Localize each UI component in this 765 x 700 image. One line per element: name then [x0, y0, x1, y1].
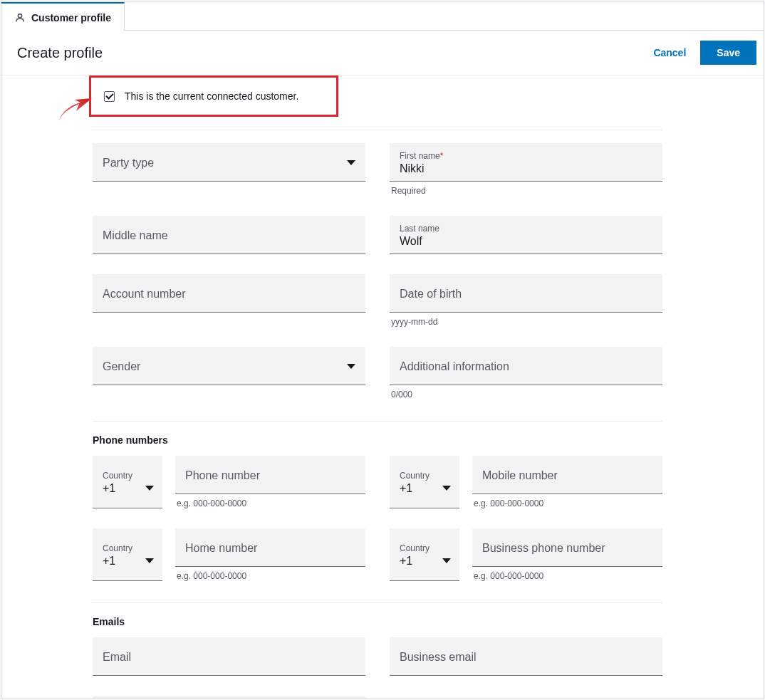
current-connected-customer-callout: This is the current connected customer.: [89, 75, 338, 117]
last-name-field[interactable]: Last name Wolf: [390, 216, 662, 254]
page-header: Create profile Cancel Save: [1, 31, 764, 75]
divider: [93, 130, 662, 130]
home-hint: e.g. 000-000-0000: [175, 571, 365, 581]
dob-field[interactable]: Date of birth: [390, 274, 662, 313]
chevron-down-icon: [442, 558, 451, 563]
business-email-field[interactable]: Business email: [390, 637, 662, 676]
phone-number-label: Phone number: [185, 469, 260, 482]
svg-point-0: [18, 14, 21, 18]
phone-country-select[interactable]: Country +1: [93, 456, 162, 508]
business-email-label: Business email: [400, 651, 477, 664]
business-number-field[interactable]: Business phone number: [472, 528, 662, 567]
middle-name-field[interactable]: Middle name: [93, 216, 365, 254]
last-name-value: Wolf: [400, 235, 652, 248]
email-section-title: Emails: [93, 616, 662, 627]
cancel-button[interactable]: Cancel: [649, 41, 690, 64]
first-name-label: First name: [400, 151, 440, 161]
chevron-down-icon: [145, 486, 154, 491]
chevron-down-icon: [145, 558, 154, 563]
business-country-select[interactable]: Country +1: [390, 528, 459, 581]
home-number-field[interactable]: Home number: [175, 528, 365, 567]
first-name-hint: Required: [390, 186, 662, 196]
gender-select[interactable]: Gender: [93, 347, 365, 385]
divider: [93, 602, 662, 603]
country-code: +1: [103, 555, 115, 568]
business-number-label: Business phone number: [482, 542, 605, 555]
current-connected-customer-label: This is the current connected customer.: [125, 90, 298, 102]
first-name-value: Nikki: [400, 162, 652, 175]
country-label: Country: [400, 471, 451, 481]
save-button[interactable]: Save: [700, 41, 756, 65]
country-label: Country: [400, 543, 451, 553]
home-country-select[interactable]: Country +1: [93, 528, 162, 581]
last-name-label: Last name: [400, 224, 652, 234]
business-hint: e.g. 000-000-0000: [472, 571, 662, 581]
home-number-label: Home number: [185, 542, 257, 555]
email-field[interactable]: Email: [93, 637, 365, 676]
divider: [93, 421, 662, 422]
middle-name-label: Middle name: [103, 229, 168, 242]
phone-hint: e.g. 000-000-0000: [175, 498, 365, 508]
tab-bar: Customer profile: [1, 1, 764, 31]
first-name-field[interactable]: First name* Nikki: [390, 143, 662, 182]
email-label: Email: [103, 651, 131, 664]
account-number-field[interactable]: Account number: [93, 274, 365, 313]
dob-hint: yyyy-mm-dd: [390, 317, 662, 327]
mobile-number-label: Mobile number: [482, 469, 558, 482]
page-title: Create profile: [17, 45, 103, 61]
country-code: +1: [400, 555, 412, 568]
chevron-down-icon: [442, 486, 451, 491]
mobile-number-field[interactable]: Mobile number: [472, 456, 662, 494]
personal-email-field[interactable]: Personal email: [93, 696, 365, 699]
person-icon: [14, 12, 26, 23]
country-label: Country: [103, 543, 154, 553]
additional-info-field[interactable]: Additional information: [390, 347, 662, 385]
additional-info-hint: 0/000: [390, 390, 662, 399]
country-code: +1: [400, 482, 412, 495]
phone-section-title: Phone numbers: [93, 434, 662, 446]
required-asterisk: *: [440, 151, 444, 161]
mobile-country-select[interactable]: Country +1: [390, 456, 459, 508]
chevron-down-icon: [347, 364, 355, 369]
party-type-label: Party type: [103, 157, 154, 169]
tab-label: Customer profile: [31, 12, 111, 23]
tab-customer-profile[interactable]: Customer profile: [1, 2, 125, 31]
current-connected-customer-checkbox[interactable]: [104, 91, 115, 102]
gender-label: Gender: [103, 360, 140, 373]
account-number-label: Account number: [103, 288, 186, 301]
chevron-down-icon: [347, 160, 355, 165]
dob-label: Date of birth: [400, 288, 462, 301]
mobile-hint: e.g. 000-000-0000: [472, 498, 662, 508]
phone-number-field[interactable]: Phone number: [175, 456, 365, 494]
party-type-select[interactable]: Party type: [93, 143, 365, 182]
country-code: +1: [103, 482, 115, 495]
additional-info-label: Additional information: [400, 360, 509, 373]
country-label: Country: [103, 471, 154, 481]
